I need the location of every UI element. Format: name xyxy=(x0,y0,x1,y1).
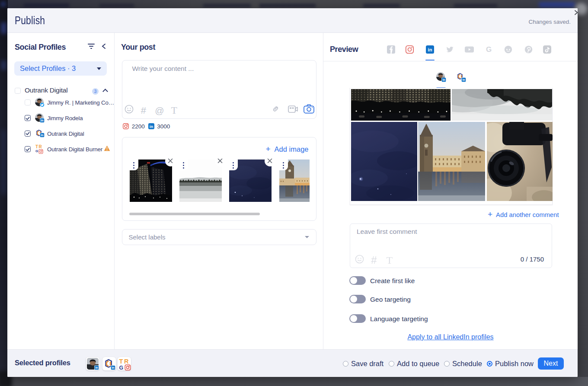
svg-text:in: in xyxy=(428,47,432,52)
svg-text:T: T xyxy=(35,144,38,149)
svg-text:G: G xyxy=(119,365,123,370)
svg-text:in: in xyxy=(112,366,114,369)
svg-text:T: T xyxy=(119,358,123,365)
svg-text:in: in xyxy=(95,366,98,369)
svg-text:R: R xyxy=(39,144,42,149)
svg-text:G: G xyxy=(35,149,38,153)
svg-text:R: R xyxy=(124,358,129,365)
svg-text:in: in xyxy=(442,78,445,81)
svg-text:in: in xyxy=(41,119,43,122)
svg-text:in: in xyxy=(462,78,465,81)
svg-text:in: in xyxy=(41,134,43,137)
svg-text:G: G xyxy=(486,45,491,54)
svg-text:in: in xyxy=(149,124,153,129)
